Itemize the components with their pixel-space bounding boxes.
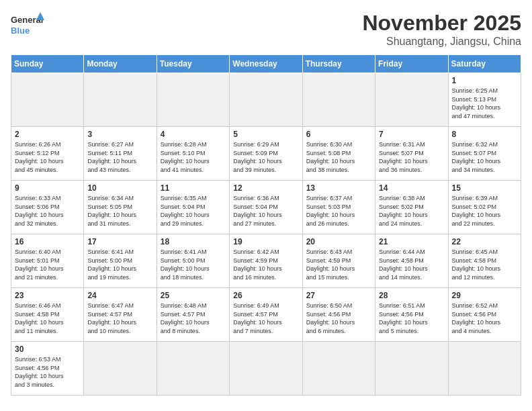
calendar-header-row: SundayMondayTuesdayWednesdayThursdayFrid… [11,55,521,73]
calendar-cell: 24Sunrise: 6:47 AMSunset: 4:57 PMDayligh… [84,288,157,342]
week-row-3: 16Sunrise: 6:40 AMSunset: 5:01 PMDayligh… [11,234,521,288]
day-info: Sunrise: 6:45 AMSunset: 4:58 PMDaylight:… [452,248,517,281]
day-info: Sunrise: 6:36 AMSunset: 5:04 PMDaylight:… [233,194,298,228]
day-info: Sunrise: 6:31 AMSunset: 5:07 PMDaylight:… [379,140,444,174]
day-number: 20 [306,237,371,246]
day-number: 18 [161,237,226,246]
day-number: 9 [15,183,80,193]
day-info: Sunrise: 6:28 AMSunset: 5:10 PMDaylight:… [161,140,226,174]
calendar-cell: 30Sunrise: 6:53 AMSunset: 4:56 PMDayligh… [11,342,84,396]
day-number: 16 [15,237,80,246]
day-info: Sunrise: 6:44 AMSunset: 4:58 PMDaylight:… [379,248,444,281]
week-row-4: 23Sunrise: 6:46 AMSunset: 4:58 PMDayligh… [11,288,521,342]
day-number: 21 [379,237,444,246]
day-info: Sunrise: 6:40 AMSunset: 5:01 PMDaylight:… [15,248,80,281]
calendar-cell: 10Sunrise: 6:34 AMSunset: 5:05 PMDayligh… [84,181,157,234]
calendar-cell: 29Sunrise: 6:52 AMSunset: 4:56 PMDayligh… [448,288,521,342]
day-number: 24 [87,291,152,300]
day-info: Sunrise: 6:32 AMSunset: 5:07 PMDaylight:… [452,140,517,174]
header-thursday: Thursday [302,55,375,73]
header-monday: Monday [84,55,157,73]
day-number: 1 [452,76,517,85]
calendar-cell: 17Sunrise: 6:41 AMSunset: 5:00 PMDayligh… [84,234,157,288]
calendar-cell [302,342,375,396]
calendar-table: SundayMondayTuesdayWednesdayThursdayFrid… [11,54,521,396]
day-info: Sunrise: 6:42 AMSunset: 4:59 PMDaylight:… [233,248,298,281]
calendar-cell [84,342,157,396]
header-tuesday: Tuesday [157,55,229,73]
page-header: General Blue November 2025 Shuangtang, J… [11,11,521,48]
title-block: November 2025 Shuangtang, Jiangsu, China [362,11,521,48]
calendar-cell [157,73,229,127]
week-row-5: 30Sunrise: 6:53 AMSunset: 4:56 PMDayligh… [11,342,521,396]
week-row-1: 2Sunrise: 6:26 AMSunset: 5:12 PMDaylight… [11,127,521,181]
day-info: Sunrise: 6:50 AMSunset: 4:56 PMDaylight:… [306,302,371,335]
calendar-cell [230,342,302,396]
day-number: 10 [87,183,152,193]
logo-svg: General Blue [11,11,44,40]
calendar-cell: 11Sunrise: 6:35 AMSunset: 5:04 PMDayligh… [157,181,229,234]
week-row-0: 1Sunrise: 6:25 AMSunset: 5:13 PMDaylight… [11,73,521,127]
day-number: 22 [452,237,517,246]
calendar-cell: 9Sunrise: 6:33 AMSunset: 5:06 PMDaylight… [11,181,84,234]
day-info: Sunrise: 6:26 AMSunset: 5:12 PMDaylight:… [15,140,80,174]
month-title: November 2025 [362,11,521,36]
day-number: 26 [233,291,298,300]
logo: General Blue [11,11,44,40]
day-info: Sunrise: 6:29 AMSunset: 5:09 PMDaylight:… [233,140,298,174]
day-info: Sunrise: 6:35 AMSunset: 5:04 PMDaylight:… [161,194,226,228]
day-number: 29 [452,291,517,300]
day-info: Sunrise: 6:47 AMSunset: 4:57 PMDaylight:… [87,302,152,335]
calendar-cell: 5Sunrise: 6:29 AMSunset: 5:09 PMDaylight… [230,127,302,181]
day-info: Sunrise: 6:43 AMSunset: 4:59 PMDaylight:… [306,248,371,281]
calendar-cell: 26Sunrise: 6:49 AMSunset: 4:57 PMDayligh… [230,288,302,342]
calendar-cell: 6Sunrise: 6:30 AMSunset: 5:08 PMDaylight… [302,127,375,181]
day-number: 4 [161,130,226,139]
day-info: Sunrise: 6:41 AMSunset: 5:00 PMDaylight:… [161,248,226,281]
day-info: Sunrise: 6:33 AMSunset: 5:06 PMDaylight:… [15,194,80,228]
day-number: 2 [15,130,80,139]
day-number: 17 [87,237,152,246]
location-title: Shuangtang, Jiangsu, China [362,36,521,48]
day-number: 13 [306,183,371,193]
calendar-cell: 12Sunrise: 6:36 AMSunset: 5:04 PMDayligh… [230,181,302,234]
day-info: Sunrise: 6:38 AMSunset: 5:02 PMDaylight:… [379,194,444,228]
day-info: Sunrise: 6:30 AMSunset: 5:08 PMDaylight:… [306,140,371,174]
day-info: Sunrise: 6:46 AMSunset: 4:58 PMDaylight:… [15,302,80,335]
calendar-cell: 15Sunrise: 6:39 AMSunset: 5:02 PMDayligh… [448,181,521,234]
calendar-cell: 27Sunrise: 6:50 AMSunset: 4:56 PMDayligh… [302,288,375,342]
header-friday: Friday [375,55,448,73]
day-number: 11 [161,183,226,193]
calendar-cell: 22Sunrise: 6:45 AMSunset: 4:58 PMDayligh… [448,234,521,288]
calendar-cell [11,73,84,127]
calendar-cell [375,342,448,396]
calendar-cell: 8Sunrise: 6:32 AMSunset: 5:07 PMDaylight… [448,127,521,181]
calendar-cell: 3Sunrise: 6:27 AMSunset: 5:11 PMDaylight… [84,127,157,181]
calendar-cell: 14Sunrise: 6:38 AMSunset: 5:02 PMDayligh… [375,181,448,234]
day-number: 5 [233,130,298,139]
day-number: 30 [15,345,80,354]
calendar-cell: 1Sunrise: 6:25 AMSunset: 5:13 PMDaylight… [448,73,521,127]
day-number: 27 [306,291,371,300]
calendar-cell: 16Sunrise: 6:40 AMSunset: 5:01 PMDayligh… [11,234,84,288]
calendar-cell: 13Sunrise: 6:37 AMSunset: 5:03 PMDayligh… [302,181,375,234]
calendar-cell: 28Sunrise: 6:51 AMSunset: 4:56 PMDayligh… [375,288,448,342]
day-info: Sunrise: 6:39 AMSunset: 5:02 PMDaylight:… [452,194,517,228]
calendar-cell [230,73,302,127]
header-saturday: Saturday [448,55,521,73]
day-info: Sunrise: 6:34 AMSunset: 5:05 PMDaylight:… [87,194,152,228]
day-info: Sunrise: 6:49 AMSunset: 4:57 PMDaylight:… [233,302,298,335]
calendar-cell: 19Sunrise: 6:42 AMSunset: 4:59 PMDayligh… [230,234,302,288]
day-number: 7 [379,130,444,139]
day-number: 3 [87,130,152,139]
calendar-cell: 25Sunrise: 6:48 AMSunset: 4:57 PMDayligh… [157,288,229,342]
calendar-cell: 2Sunrise: 6:26 AMSunset: 5:12 PMDaylight… [11,127,84,181]
day-number: 15 [452,183,517,193]
calendar-cell [302,73,375,127]
day-number: 12 [233,183,298,193]
day-number: 23 [15,291,80,300]
calendar-cell: 23Sunrise: 6:46 AMSunset: 4:58 PMDayligh… [11,288,84,342]
calendar-cell: 18Sunrise: 6:41 AMSunset: 5:00 PMDayligh… [157,234,229,288]
calendar-cell [375,73,448,127]
calendar-cell: 20Sunrise: 6:43 AMSunset: 4:59 PMDayligh… [302,234,375,288]
